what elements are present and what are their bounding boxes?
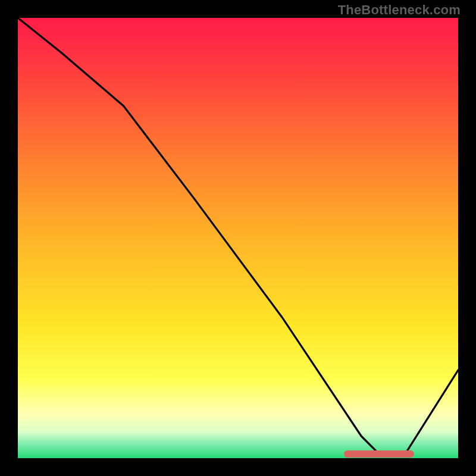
optimal-range-marker <box>344 450 414 458</box>
curve-line <box>18 18 458 458</box>
plot-area <box>18 18 458 458</box>
chart-frame: TheBottleneck.com <box>0 0 476 476</box>
watermark-text: TheBottleneck.com <box>338 2 461 18</box>
